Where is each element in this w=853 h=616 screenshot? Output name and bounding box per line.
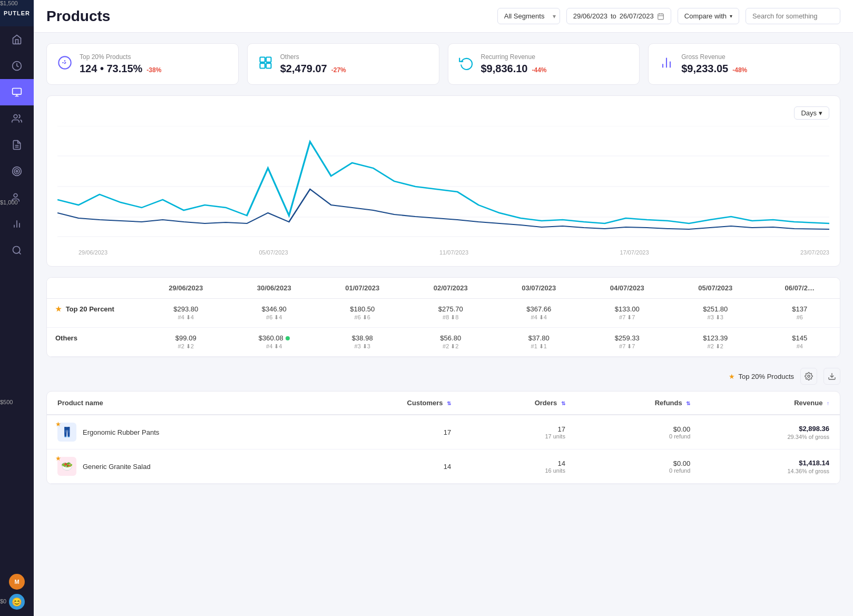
chevron-down-icon: ▾ [730, 13, 732, 19]
chart-card: Days ▾ $1,500 $1,000 $500 $0 [46, 95, 840, 267]
table-row: Others $99.09 #2 ⬇2 $360.08 #4 ⬇4 [47, 328, 840, 357]
orders-cell-1: 14 16 units [462, 449, 576, 484]
stat-info-others: Others $2,479.07 -27% [280, 53, 346, 75]
compare-label: Compare with [684, 12, 727, 20]
svg-rect-19 [266, 57, 271, 62]
products-table: Product name Customers ⇅ Orders ⇅ Refund… [47, 392, 840, 484]
products-table-card: Product name Customers ⇅ Orders ⇅ Refund… [46, 391, 840, 484]
product-star-icon: ★ [55, 455, 61, 462]
col-revenue[interactable]: Revenue ↑ [701, 392, 840, 415]
date-range-picker[interactable]: 29/06/2023 to 26/07/2023 [566, 8, 671, 24]
refunds-cell-0: $0.00 0 refund [576, 415, 701, 449]
settings-button[interactable] [800, 368, 817, 385]
search-input[interactable] [746, 8, 840, 24]
col-header-date-5: 04/07/2023 [583, 278, 672, 299]
segment-select[interactable]: All Segments [497, 8, 560, 24]
recurring-icon [459, 55, 474, 73]
page-title: Products [46, 8, 489, 25]
stat-info-top20: Top 20% Products 124 • 73.15% -38% [80, 53, 161, 75]
customers-cell-0: 17 [318, 415, 462, 449]
chart-header: Days ▾ [57, 106, 829, 120]
x-label-1: 29/06/2023 [79, 249, 107, 256]
table-cell: $275.70 #8 ⬇8 [407, 299, 495, 328]
data-table-card: 29/06/2023 30/06/2023 01/07/2023 02/07/2… [46, 277, 840, 357]
days-label: Days [801, 109, 817, 117]
table-cell: $38.98 #3 ⬇3 [318, 328, 407, 357]
table-cell: $251.80 #3 ⬇3 [671, 299, 760, 328]
sort-icon-refunds: ⇅ [686, 400, 690, 406]
table-cell: $145 #4 [760, 328, 840, 357]
bottom-header: ★ Top 20% Products [46, 368, 840, 385]
stat-label-others: Others [280, 53, 346, 61]
days-button[interactable]: Days ▾ [794, 106, 829, 120]
table-cell: $293.80 #4 ⬇4 [142, 299, 230, 328]
revenue-cell-1: $1,418.14 14.36% of gross [701, 449, 840, 484]
star-icon: ★ [729, 373, 735, 380]
chart-line-teal [57, 142, 829, 223]
date-to: 26/07/2023 [620, 12, 654, 20]
table-cell: $346.90 #6 ⬇4 [230, 299, 319, 328]
top20-icon [57, 55, 72, 73]
revenue-cell-0: $2,898.36 29.34% of gross [701, 415, 840, 449]
stat-cards: Top 20% Products 124 • 73.15% -38% Other… [46, 43, 840, 85]
segment-select-wrapper: All Segments [497, 8, 560, 24]
product-name-wrap: ★ 👖 [57, 423, 76, 442]
col-refunds[interactable]: Refunds ⇅ [576, 392, 701, 415]
stat-info-recurring: Recurring Revenue $9,836.10 -44% [481, 53, 547, 75]
table-cell: $259.33 #7 ⬇7 [583, 328, 672, 357]
chevron-down-icon: ▾ [819, 109, 822, 117]
x-label-4: 17/07/2023 [620, 249, 649, 256]
x-label-2: 05/07/2023 [259, 249, 288, 256]
main-content: Products All Segments 29/06/2023 to 26/0… [34, 0, 853, 616]
stat-info-gross: Gross Revenue $9,233.05 -48% [681, 53, 747, 75]
sort-icon-orders: ⇅ [561, 400, 565, 406]
product-name-cell: ★ 👖 Ergonomic Rubber Pants [47, 415, 318, 449]
stat-card-others: Others $2,479.07 -27% [247, 43, 439, 85]
orders-cell-0: 17 17 units [462, 415, 576, 449]
svg-rect-21 [266, 63, 271, 68]
customers-cell-1: 14 [318, 449, 462, 484]
table-cell: $180.50 #6 ⬇6 [318, 299, 407, 328]
svg-point-30 [808, 375, 810, 377]
col-header-date-4: 03/07/2023 [495, 278, 583, 299]
products-section: ★ Top 20% Products Product name [46, 368, 840, 484]
data-table: 29/06/2023 30/06/2023 01/07/2023 02/07/2… [47, 278, 840, 357]
download-button[interactable] [823, 368, 840, 385]
product-name-cell: ★ 🥗 Generic Granite Salad [47, 449, 318, 484]
compare-button[interactable]: Compare with ▾ [678, 8, 739, 24]
table-cell: $133.00 #7 ⬇7 [583, 299, 672, 328]
stat-card-recurring: Recurring Revenue $9,836.10 -44% [448, 43, 640, 85]
table-cell: $367.66 #4 ⬇4 [495, 299, 583, 328]
col-header-date-7: 06/07/2… [760, 278, 840, 299]
chart-x-labels: 29/06/2023 05/07/2023 11/07/2023 17/07/2… [57, 249, 829, 256]
x-label-3: 11/07/2023 [439, 249, 468, 256]
product-name-1: Generic Granite Salad [83, 463, 151, 471]
header: Products All Segments 29/06/2023 to 26/0… [34, 0, 853, 33]
product-row: ★ 🥗 Generic Granite Salad 14 14 16 units [47, 449, 840, 484]
gross-icon [659, 55, 674, 73]
product-row: ★ 👖 Ergonomic Rubber Pants 17 17 17 unit… [47, 415, 840, 449]
col-header-label [47, 278, 142, 299]
col-customers[interactable]: Customers ⇅ [318, 392, 462, 415]
green-dot [286, 336, 290, 340]
stat-label-gross: Gross Revenue [681, 53, 747, 61]
table-cell: $99.09 #2 ⬇2 [142, 328, 230, 357]
top20-badge: ★ Top 20% Products [729, 373, 794, 380]
table-row: ★ Top 20 Percent $293.80 #4 ⬇4 $346.90 #… [47, 299, 840, 328]
col-orders[interactable]: Orders ⇅ [462, 392, 576, 415]
x-label-5: 23/07/2023 [800, 249, 829, 256]
stat-value-recurring: $9,836.10 [481, 63, 528, 75]
stat-change-top20: -38% [146, 66, 161, 74]
stat-value-others: $2,479.07 [280, 63, 327, 75]
col-header-date-1: 30/06/2023 [230, 278, 319, 299]
table-cell: $123.39 #2 ⬇2 [671, 328, 760, 357]
stat-change-gross: -48% [732, 66, 747, 74]
row-label-others: Others [47, 328, 142, 357]
content-area: Top 20% Products 124 • 73.15% -38% Other… [34, 33, 853, 616]
stat-label-top20: Top 20% Products [80, 53, 161, 61]
stat-card-top20: Top 20% Products 124 • 73.15% -38% [46, 43, 239, 85]
col-header-date-2: 01/07/2023 [318, 278, 407, 299]
refunds-cell-1: $0.00 0 refund [576, 449, 701, 484]
top20-badge-label: Top 20% Products [738, 373, 794, 380]
stat-change-others: -27% [331, 66, 346, 74]
